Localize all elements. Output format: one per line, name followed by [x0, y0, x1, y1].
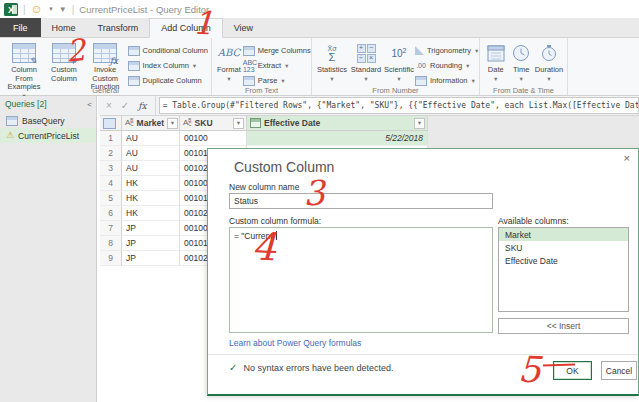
chevron-down-icon: ▼	[519, 75, 524, 84]
row-number: 3	[100, 161, 122, 176]
format-button[interactable]: ABC Format ▼	[215, 40, 243, 83]
filter-dropdown-icon[interactable]: ▼	[414, 118, 425, 129]
button-label: Duplicate Column	[143, 76, 202, 85]
tab-transform[interactable]: Transform	[87, 18, 150, 37]
commit-formula-icon[interactable]: ✓	[121, 100, 129, 111]
cell-market[interactable]: HK	[122, 206, 180, 221]
cell-market[interactable]: AU	[122, 146, 180, 161]
invoke-custom-function-button[interactable]: ƒx Invoke Custom Function	[83, 40, 128, 92]
scientific-button[interactable]: 102 Scientific ▼	[383, 40, 415, 83]
column-title: Market	[137, 116, 164, 130]
table-row[interactable]: 1 AU 00100 5/22/2018	[100, 131, 428, 146]
close-icon[interactable]: ×	[624, 153, 630, 164]
queries-pane-title: Queries [2]	[5, 99, 47, 109]
syntax-status: ✓ No syntax errors have been detected.	[229, 362, 393, 373]
table-icon	[6, 116, 18, 126]
available-columns-list: Market SKU Effective Date	[498, 227, 629, 312]
status-message: No syntax errors have been detected.	[243, 363, 393, 373]
merge-columns-button[interactable]: Merge Columns	[243, 44, 311, 57]
cancel-button[interactable]: Cancel	[601, 361, 637, 380]
filter-dropdown-icon[interactable]: ▼	[233, 118, 244, 129]
svg-text:X: X	[8, 5, 14, 15]
column-header-sku[interactable]: ABC SKU ▼	[180, 115, 247, 131]
cell-effective-date[interactable]: 5/22/2018	[247, 131, 428, 146]
cell-market[interactable]: JP	[122, 236, 180, 251]
power-query-editor-window: { "window": { "title": "CurrentPriceList…	[0, 0, 639, 402]
rounding-button[interactable]: .00 Rounding ▼	[415, 59, 479, 72]
column-from-examples-icon: ✎	[12, 42, 36, 64]
grid-header-row: ABC Market ▼ ABC SKU ▼ Effective Date ▼	[100, 115, 428, 131]
list-item-sku[interactable]: SKU	[499, 241, 628, 254]
cell-market[interactable]: JP	[122, 221, 180, 236]
chevron-down-icon: ▼	[546, 75, 551, 84]
list-item-effective-date[interactable]: Effective Date	[499, 254, 628, 267]
general-small-buttons: Conditional Column Index Column ▼ Duplic…	[128, 40, 208, 87]
feedback-dropdown-icon[interactable]: ▼	[48, 6, 54, 12]
ok-button[interactable]: OK	[553, 361, 592, 380]
formula-text: = "Current"	[234, 231, 276, 241]
row-number: 5	[100, 191, 122, 206]
formula-input[interactable]: = Table.Group(#"Filtered Rows", {"Market…	[159, 97, 639, 114]
custom-column-dialog: × Custom Column New column name Custom c…	[207, 148, 639, 396]
extract-button[interactable]: ABC123 Extract ▼	[243, 59, 311, 72]
row-number: 7	[100, 221, 122, 236]
conditional-column-button[interactable]: Conditional Column	[128, 44, 208, 57]
index-column-button[interactable]: Index Column ▼	[128, 59, 208, 72]
ribbon-group-from-datetime: Date ▼ Time ▼ Duration ▼ From Date & Tim…	[480, 38, 568, 95]
button-label: Invoke Custom	[85, 66, 126, 83]
cell-market[interactable]: AU	[122, 131, 180, 146]
column-header-effective-date[interactable]: Effective Date ▼	[247, 115, 428, 131]
standard-button[interactable]: +−÷× Standard ▼	[349, 40, 383, 83]
cell-market[interactable]: JP	[122, 251, 180, 266]
tab-add-column[interactable]: Add Column	[149, 18, 223, 38]
tab-view[interactable]: View	[223, 18, 264, 37]
button-label: Standard	[351, 66, 381, 75]
statistics-button[interactable]: X̄σΣ Statistics ▼	[315, 40, 349, 83]
time-button[interactable]: Time ▼	[509, 40, 535, 83]
pane-collapse-icon[interactable]: <	[87, 100, 92, 109]
cancel-formula-icon[interactable]: ×	[106, 100, 112, 111]
trigonometry-button[interactable]: Trigonometry ▼	[415, 44, 479, 57]
from-text-small-buttons: Merge Columns ABC123 Extract ▼ Parse ▼	[243, 40, 311, 87]
group-label-from-text: From Text	[212, 86, 311, 95]
button-label: Information	[430, 76, 468, 85]
query-item-currentpricelist[interactable]: ⚠ CurrentPriceList	[0, 128, 96, 143]
list-item-market[interactable]: Market	[499, 228, 628, 241]
tab-file[interactable]: File	[0, 18, 41, 37]
insert-button[interactable]: << Insert	[498, 318, 629, 334]
cell-market[interactable]: AU	[122, 161, 180, 176]
query-item-basequery[interactable]: BaseQuery	[0, 113, 96, 128]
ribbon-collapse-icon[interactable]: ▼	[59, 5, 67, 14]
tab-home[interactable]: Home	[41, 18, 87, 37]
new-column-name-label: New column name	[229, 182, 299, 192]
fx-icon[interactable]: ƒx	[138, 101, 146, 111]
duration-button[interactable]: Duration ▼	[534, 40, 564, 83]
learn-link[interactable]: Learn about Power Query formulas	[229, 338, 361, 348]
rounding-icon: .00	[415, 62, 427, 69]
parse-icon	[243, 76, 255, 86]
date-button[interactable]: Date ▼	[483, 40, 509, 83]
cell-market[interactable]: HK	[122, 176, 180, 191]
column-header-market[interactable]: ABC Market ▼	[122, 115, 180, 131]
ribbon: ✎ Column From Examples ▼ + Custom Column…	[0, 38, 639, 96]
new-column-name-input[interactable]	[229, 193, 493, 209]
ribbon-tab-strip: File Home Transform Add Column View	[0, 18, 639, 38]
grid-corner-cell[interactable]	[100, 115, 122, 131]
group-label-from-number: From Number	[312, 86, 479, 95]
time-clock-icon	[512, 42, 530, 64]
cell-market[interactable]: HK	[122, 191, 180, 206]
conditional-column-icon	[128, 46, 140, 56]
formula-bar: × ✓ ƒx = Table.Group(#"Filtered Rows", {…	[98, 96, 639, 115]
button-label: Date	[488, 66, 504, 75]
custom-column-button[interactable]: + Custom Column	[45, 40, 83, 83]
chevron-down-icon: ▼	[192, 63, 197, 69]
cell-sku[interactable]: 00100	[180, 131, 247, 146]
filter-dropdown-icon[interactable]: ▼	[167, 118, 178, 129]
custom-formula-textarea[interactable]: = "Current"	[229, 227, 493, 333]
chevron-down-icon: ▼	[471, 78, 476, 84]
ribbon-group-general: ✎ Column From Examples ▼ + Custom Column…	[0, 38, 212, 95]
feedback-smiley-icon[interactable]: ☺	[31, 3, 43, 15]
date-calendar-icon	[487, 42, 505, 64]
format-abc-icon: ABC	[218, 42, 240, 64]
button-label: Time	[513, 66, 529, 75]
